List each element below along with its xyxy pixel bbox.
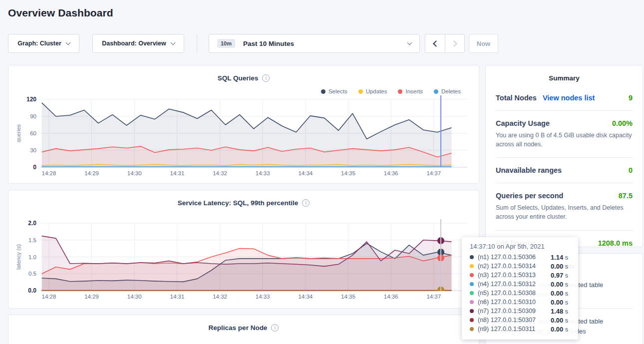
chevron-down-icon (407, 40, 412, 45)
replicas-title: Replicas per Node (8, 324, 479, 332)
tooltip-row: (n2) 127.0.0.1:503140.00 s (469, 262, 571, 271)
tooltip-row: (n5) 127.0.0.1:503080.00 s (469, 289, 571, 298)
svg-text:14:28: 14:28 (42, 294, 56, 300)
svg-text:1.5: 1.5 (28, 237, 36, 243)
summary-value: 9 (629, 94, 633, 102)
time-nav-group (425, 34, 465, 53)
time-prev-button[interactable] (425, 34, 445, 52)
series-dot-icon (470, 300, 474, 304)
series-dot-icon (470, 318, 474, 322)
summary-value: 1208.0 ms (598, 239, 633, 247)
svg-text:0: 0 (33, 164, 36, 171)
tooltip-unit: s (563, 281, 568, 288)
tooltip-unit: s (563, 290, 568, 297)
svg-text:14:28: 14:28 (42, 170, 56, 176)
time-range-badge: 10m (217, 39, 235, 48)
svg-text:0.0: 0.0 (28, 287, 36, 294)
view-nodes-list-link[interactable]: View nodes list (543, 94, 595, 102)
tooltip-unit: s (563, 254, 568, 261)
svg-text:14:31: 14:31 (170, 170, 185, 176)
chevron-down-icon (170, 40, 175, 45)
page-title: Overview Dashboard (8, 7, 113, 19)
svg-text:14:36: 14:36 (384, 294, 398, 300)
graph-dropdown[interactable]: Graph: Cluster (8, 34, 79, 53)
now-button[interactable]: Now (469, 34, 498, 53)
tooltip-node-value: 0.00 s (551, 299, 568, 306)
divider (496, 157, 633, 158)
summary-label: Queries per second (496, 192, 563, 200)
info-icon[interactable] (271, 324, 279, 332)
time-range-dropdown[interactable]: 10m Past 10 Minutes (209, 34, 420, 53)
tooltip-unit: s (563, 308, 568, 315)
graph-dropdown-label: Graph: Cluster (17, 40, 61, 47)
chart-title-text: Replicas per Node (209, 324, 268, 332)
divider (496, 110, 633, 111)
tooltip-unit: s (563, 263, 568, 270)
svg-text:2.0: 2.0 (28, 220, 36, 227)
tooltip-unit: s (563, 317, 568, 324)
svg-text:queries: queries (15, 124, 21, 142)
chart-hover-tooltip: 14:37:10 on Apr 5th, 2021 (n1) 127.0.0.1… (462, 237, 578, 340)
tooltip-row: (n9) 127.0.0.1:503110.00 s (469, 325, 571, 334)
summary-label: Unavailable ranges (496, 166, 562, 174)
tooltip-unit: s (563, 272, 568, 279)
replicas-card: Replicas per Node (8, 315, 479, 344)
tooltip-node-label: (n2) 127.0.0.1:50314 (478, 263, 551, 270)
tooltip-row: (n8) 127.0.0.1:503070.00 s (469, 316, 571, 325)
tooltip-row: (n1) 127.0.0.1:503061.14 s (469, 253, 571, 262)
svg-text:14:37: 14:37 (426, 170, 441, 176)
svg-text:14:34: 14:34 (298, 294, 313, 300)
series-dot-icon (470, 273, 474, 277)
summary-value: 87.5 (619, 192, 633, 200)
chevron-left-icon (433, 40, 439, 47)
sql-queries-card: SQL Queries SelectsUpdatesInsertsDeletes… (8, 65, 479, 184)
tooltip-row: (n4) 127.0.0.1:503120.00 s (469, 280, 571, 289)
tooltip-row: (n3) 127.0.0.1:503130.97 s (469, 271, 571, 280)
svg-text:60: 60 (30, 130, 36, 136)
dashboard-dropdown-label: Dashboard: Overview (102, 40, 166, 47)
sql-queries-chart[interactable]: 030609012014:2814:2914:3014:3114:3214:33… (8, 65, 480, 184)
summary-label: Capacity Usage (496, 119, 550, 127)
tooltip-unit: s (563, 326, 568, 333)
tooltip-node-value: 0.00 s (551, 317, 568, 324)
tooltip-node-value: 0.00 s (551, 263, 568, 270)
tooltip-timestamp: 14:37:10 on Apr 5th, 2021 (469, 243, 571, 250)
summary-description: You are using 0 B of 4.5 GiB usable disk… (496, 131, 633, 149)
time-next-button[interactable] (445, 34, 464, 52)
chevron-right-icon (451, 40, 457, 47)
svg-text:14:30: 14:30 (127, 294, 142, 300)
series-dot-icon (470, 309, 474, 313)
dashboard-dropdown[interactable]: Dashboard: Overview (92, 34, 184, 53)
divider (496, 230, 633, 231)
svg-text:14:29: 14:29 (84, 170, 99, 176)
series-dot-icon (470, 282, 474, 286)
tooltip-node-label: (n3) 127.0.0.1:50313 (478, 272, 551, 279)
series-dot-icon (470, 327, 474, 331)
summary-row-capacity: Capacity Usage 0.00% You are using 0 B o… (496, 118, 633, 150)
series-dot-icon (470, 291, 474, 295)
summary-value: 0.00% (612, 119, 633, 127)
latency-chart[interactable]: 0.00.51.01.52.014:2814:2914:3014:3114:32… (8, 190, 480, 309)
time-range-label: Past 10 Minutes (243, 40, 408, 47)
latency-card: Service Latency: SQL, 99th percentile 0.… (8, 190, 479, 309)
tooltip-node-label: (n7) 127.0.0.1:50309 (478, 308, 551, 315)
svg-text:14:33: 14:33 (256, 170, 270, 176)
tooltip-node-value: 0.00 s (551, 290, 568, 297)
svg-text:14:32: 14:32 (213, 170, 227, 176)
toolbar-divider (197, 34, 197, 53)
svg-text:14:36: 14:36 (384, 170, 398, 176)
svg-text:14:34: 14:34 (298, 170, 313, 176)
svg-text:120: 120 (26, 96, 36, 103)
tooltip-node-label: (n5) 127.0.0.1:50308 (478, 290, 551, 297)
tooltip-row: (n6) 127.0.0.1:503100.00 s (469, 298, 571, 307)
tooltip-node-value: 0.00 s (551, 281, 568, 288)
svg-text:90: 90 (30, 113, 36, 119)
svg-text:0.5: 0.5 (28, 271, 36, 277)
svg-text:30: 30 (30, 147, 36, 153)
summary-row-unavailable: Unavailable ranges 0 (496, 165, 633, 175)
svg-text:14:31: 14:31 (170, 294, 185, 300)
summary-row-total-nodes: Total Nodes View nodes list 9 (496, 93, 633, 103)
tooltip-node-value: 1.14 s (551, 254, 568, 261)
tooltip-node-value: 1.48 s (551, 308, 568, 315)
svg-text:1.0: 1.0 (28, 254, 36, 260)
